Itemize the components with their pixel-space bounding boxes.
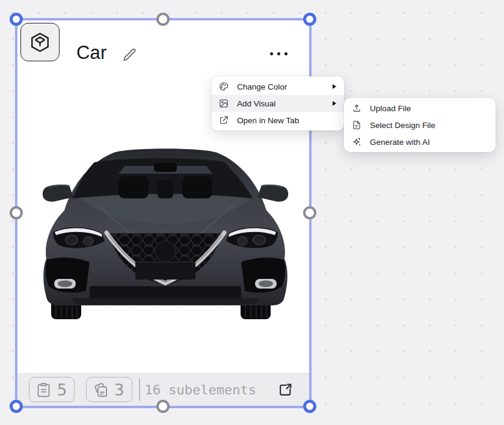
menu-item-label: Change Color [237, 82, 287, 91]
copies-count: 3 [114, 381, 124, 399]
selection-handle-bottom-center[interactable] [156, 400, 170, 413]
menu-item-add-visual[interactable]: Add Visual [212, 95, 344, 112]
selection-handle-top-center[interactable] [156, 13, 170, 26]
open-card-button[interactable] [278, 382, 293, 397]
subelements-label: 16 subelements [145, 382, 256, 397]
submenu-item-generate-with-ai[interactable]: Generate with AI [344, 133, 496, 150]
menu-item-open-new-tab[interactable]: Open in New Tab [212, 112, 344, 129]
car-image [34, 143, 297, 327]
submenu-item-upload-file[interactable]: Upload File [344, 100, 496, 117]
card-title: Car [76, 43, 107, 63]
footer-divider [139, 378, 140, 401]
selection-handle-top-left[interactable] [10, 13, 23, 26]
submenu-item-label: Upload File [370, 104, 411, 113]
clipboard-icon [35, 382, 52, 398]
submenu-arrow-icon [333, 101, 336, 106]
menu-item-label: Open in New Tab [237, 116, 299, 125]
submenu-item-label: Select Design File [370, 121, 435, 130]
pencil-icon [121, 47, 137, 63]
submenu-item-label: Generate with AI [370, 138, 430, 147]
upload-icon [352, 103, 361, 113]
box-3d-icon [29, 31, 51, 54]
canvas[interactable]: Car [0, 0, 504, 425]
sparkles-icon [352, 137, 361, 147]
card-type-badge [20, 23, 60, 61]
add-visual-submenu: Upload File Select Design File Generat [344, 98, 496, 152]
copies-count-badge[interactable]: 3 [86, 377, 132, 402]
selection-handle-middle-right[interactable] [303, 206, 316, 219]
open-external-icon [278, 382, 293, 397]
edit-title-button[interactable] [121, 46, 138, 63]
palette-icon [219, 82, 229, 91]
copy-pages-icon [93, 382, 109, 398]
selection-handle-bottom-right[interactable] [303, 400, 316, 413]
selection-handle-bottom-left[interactable] [10, 400, 23, 413]
ellipsis-icon [270, 52, 273, 55]
submenu-arrow-icon [333, 84, 336, 89]
context-menu: Change Color Add Visual [212, 76, 344, 130]
external-link-icon [219, 115, 229, 125]
card-menu-button[interactable] [264, 46, 293, 61]
file-text-icon [352, 120, 361, 130]
selection-handle-middle-left[interactable] [10, 206, 23, 219]
menu-item-label: Add Visual [237, 99, 275, 108]
clipboard-count: 5 [57, 381, 67, 399]
menu-item-change-color[interactable]: Change Color [212, 78, 344, 95]
image-icon [219, 99, 229, 108]
clipboard-count-badge[interactable]: 5 [29, 377, 75, 402]
submenu-item-select-design-file[interactable]: Select Design File [344, 117, 496, 133]
selection-handle-top-right[interactable] [303, 13, 316, 26]
